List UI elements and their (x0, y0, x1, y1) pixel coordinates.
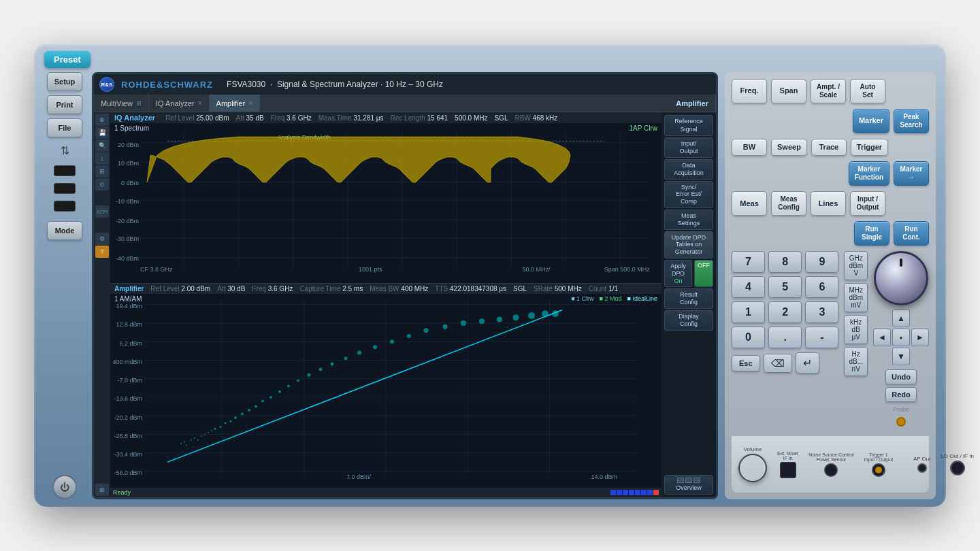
power-button[interactable]: ⏻ (52, 475, 77, 499)
mode-button[interactable]: Mode (47, 221, 82, 240)
trigger-connector[interactable] (872, 463, 885, 477)
setup-button[interactable]: Setup (47, 72, 82, 91)
sweep-button[interactable]: Sweep (771, 139, 807, 156)
unit-mhz-dbm-mv[interactable]: MHzdBmmV (844, 283, 868, 312)
sidebar-overview[interactable]: Overview (664, 475, 713, 495)
unit-ghz-dbm-v[interactable]: GHzdBmV (844, 251, 868, 280)
num-1[interactable]: 1 (732, 301, 765, 323)
arrow-left-button[interactable]: ◄ (873, 329, 891, 346)
sidebar-update-dpd[interactable]: Update DPD Tables on Generator (664, 231, 713, 258)
unit-hz-db-nv[interactable]: HzdB...nV (844, 347, 868, 376)
connector-volume: Volume (738, 446, 767, 482)
svg-point-83 (513, 314, 519, 320)
svg-point-58 (220, 426, 222, 428)
file-button[interactable]: File (47, 118, 82, 137)
arrow-down-button[interactable]: ▼ (892, 348, 910, 365)
noise-connector[interactable] (824, 463, 838, 477)
tab-multiview[interactable]: MultiView ⊞ (94, 95, 149, 112)
num-2[interactable]: 2 (768, 301, 802, 323)
svg-point-92 (193, 446, 194, 448)
arrow-up-button[interactable]: ▲ (892, 310, 910, 327)
enter-button[interactable]: ↵ (796, 352, 819, 373)
num-0[interactable]: 0 (732, 327, 765, 348)
arrow-right-button[interactable]: ► (911, 329, 929, 346)
sidebar-reference-signal[interactable]: ReferenceSignal (664, 115, 713, 136)
unit-khz-db-uv[interactable]: kHzdBμV (844, 315, 868, 344)
num-4[interactable]: 4 (732, 276, 765, 298)
lo-out-connector[interactable] (950, 461, 965, 475)
preset-button[interactable]: Preset (44, 51, 91, 68)
num-minus[interactable]: - (805, 327, 838, 348)
freq-button[interactable]: Freq. (732, 79, 767, 103)
trace-button[interactable]: Trace (811, 139, 847, 156)
sidebar-data-acquisition[interactable]: DataAcquisition (664, 159, 713, 180)
tab-close-iq[interactable]: × (198, 99, 202, 107)
span-button[interactable]: Span (771, 79, 806, 103)
num-3[interactable]: 3 (805, 301, 838, 323)
num-dot[interactable]: . (768, 327, 802, 348)
undo-button[interactable]: Undo (885, 369, 917, 384)
scpi-tool-icon[interactable]: SCPI (95, 205, 109, 218)
num-9[interactable]: 9 (805, 251, 838, 273)
usb-port-2[interactable] (54, 183, 76, 194)
usb-port-1[interactable] (54, 165, 76, 176)
sidebar-display-config[interactable]: DisplayConfig (664, 310, 713, 331)
run-cont-button[interactable]: RunCont. (894, 221, 929, 246)
meas-button[interactable]: Meas (732, 191, 767, 216)
usb-port-3[interactable] (54, 201, 76, 212)
tab-amplifier[interactable]: Amplifier × (210, 95, 261, 112)
sidebar-sync-error[interactable]: Sync/Error Est/Comp (664, 181, 713, 208)
ext-mixer-connector[interactable] (780, 462, 796, 478)
redo-button[interactable]: Redo (885, 387, 917, 402)
sidebar-apply-dpd-off[interactable]: OFF (694, 260, 713, 287)
marker-button[interactable]: Marker (853, 109, 889, 133)
legend-2: ■ 2 Mod (600, 295, 622, 302)
svg-text:Span 500.0 MHz: Span 500.0 MHz (604, 266, 651, 273)
run-single-button[interactable]: RunSingle (854, 221, 889, 246)
cursor-tool-icon[interactable]: ⊕ (95, 114, 109, 126)
sidebar-result-config[interactable]: ResultConfig (664, 288, 713, 309)
svg-point-90 (182, 450, 183, 452)
zoom-tool-icon[interactable]: 🔍 (95, 139, 109, 152)
volume-knob[interactable] (738, 454, 767, 482)
trigger-button[interactable]: Trigger (851, 139, 888, 156)
print-button[interactable]: Print (47, 95, 82, 114)
tab-iq-analyzer[interactable]: IQ Analyzer × (149, 95, 210, 112)
bw-button[interactable]: BW (732, 139, 767, 156)
svg-point-80 (461, 320, 466, 325)
config-tool-icon[interactable]: ⚙ (95, 233, 109, 245)
num-6[interactable]: 6 (805, 276, 838, 298)
grid-tool-icon[interactable]: ⊞ (95, 165, 109, 178)
ampt-scale-button[interactable]: Ampt. /Scale (811, 79, 846, 103)
meas-config-button[interactable]: MeasConfig (771, 191, 806, 216)
peak-search-button[interactable]: PeakSearch (894, 109, 929, 133)
esc-button[interactable]: Esc (732, 355, 760, 371)
marker-function-button[interactable]: MarkerFunction (849, 161, 889, 186)
legend-idealline: ■ IdealLine (627, 295, 657, 302)
input-output-button[interactable]: Input /Output (850, 191, 885, 216)
zoom2-tool-icon[interactable]: ⊙ (95, 178, 109, 190)
save-tool-icon[interactable]: 💾 (95, 127, 109, 139)
sidebar-apply-dpd-on[interactable]: Apply DPDOn (664, 260, 692, 287)
sidebar-meas-settings[interactable]: MeasSettings (664, 210, 713, 230)
num-5[interactable]: 5 (768, 276, 802, 298)
btn-row-run: RunSingle RunCont. (732, 221, 929, 246)
auto-set-button[interactable]: AutoSet (850, 79, 885, 103)
lines-button[interactable]: Lines (811, 191, 846, 216)
meas-time-value: 31.281 μs (353, 114, 383, 122)
help-tool-icon[interactable]: ? (95, 246, 109, 258)
num-8[interactable]: 8 (768, 251, 802, 273)
num-7[interactable]: 7 (732, 251, 765, 273)
arrow-center-button[interactable]: ● (892, 329, 910, 346)
main-knob[interactable] (874, 251, 928, 305)
windows-tool-icon[interactable]: ⊞ (95, 484, 109, 496)
tab-close-amp[interactable]: × (248, 99, 252, 107)
btn-row-marker2: MarkerFunction Marker→ (732, 161, 929, 186)
af-out-connector[interactable] (917, 463, 927, 473)
left-sidebar: Setup Print File ⇅ Mode ⏻ (44, 72, 85, 499)
marker-arrow-button[interactable]: Marker→ (894, 161, 929, 186)
sidebar-input-output[interactable]: Input/Output (664, 137, 713, 158)
del-button[interactable]: ⌫ (764, 354, 792, 373)
cursor2-tool-icon[interactable]: ↕ (95, 152, 109, 165)
freq-label: Freq (271, 114, 285, 122)
